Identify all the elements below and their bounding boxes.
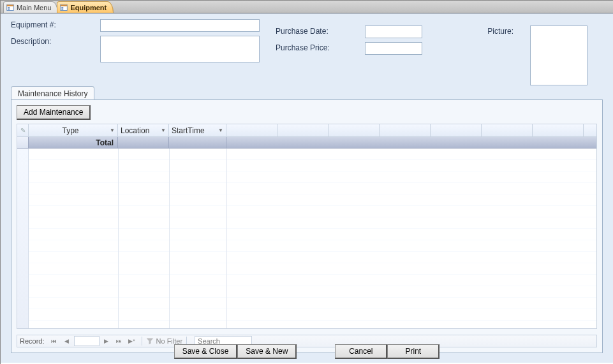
document-tabstrip: Main Menu Equipment: [1, 1, 613, 13]
purchase-date-input[interactable]: [365, 25, 422, 38]
purchase-price-input[interactable]: [365, 42, 422, 55]
totals-label: Total: [29, 137, 118, 148]
tab-main-menu[interactable]: Main Menu: [3, 1, 58, 13]
add-maintenance-button[interactable]: Add Maintenance: [17, 105, 91, 120]
svg-rect-7: [62, 8, 64, 10]
equipment-number-input[interactable]: [100, 19, 260, 32]
tab-equipment[interactable]: Equipment: [57, 1, 114, 13]
tab-maintenance-history-label: Maintenance History: [18, 89, 87, 98]
equipment-form-window: Main Menu Equipment Equipment #: Descrip…: [0, 0, 613, 364]
tab-main-menu-label: Main Menu: [17, 4, 51, 11]
svg-rect-6: [62, 7, 64, 8]
description-label: Description:: [11, 36, 87, 46]
chevron-down-icon[interactable]: ▼: [161, 127, 166, 133]
svg-rect-5: [61, 4, 68, 6]
column-header-starttime[interactable]: StartTime ▼: [169, 124, 226, 136]
picture-box[interactable]: [530, 25, 587, 85]
description-input[interactable]: [100, 36, 260, 62]
chevron-down-icon[interactable]: ▼: [218, 127, 223, 133]
purchase-fields: Purchase Date: Purchase Price:: [276, 25, 422, 59]
print-button[interactable]: Print: [387, 344, 439, 359]
grid-body[interactable]: [17, 149, 596, 329]
grid-totals-row: Total: [17, 137, 596, 149]
cancel-button[interactable]: Cancel: [335, 344, 387, 359]
maintenance-tab-body: Add Maintenance ✎ Type ▼ Location ▼: [11, 99, 603, 353]
form-icon: [6, 4, 14, 11]
svg-rect-3: [8, 8, 10, 10]
save-new-button[interactable]: Save & New: [237, 344, 297, 359]
save-close-button[interactable]: Save & Close: [174, 344, 238, 359]
column-header-location[interactable]: Location ▼: [118, 124, 169, 136]
form-header-fields: Equipment #: Description: Purchase Date:…: [11, 19, 603, 80]
totals-row-handle: [17, 137, 29, 148]
column-header-type[interactable]: Type ▼: [29, 124, 118, 136]
totals-location: [118, 137, 169, 148]
chevron-down-icon[interactable]: ▼: [110, 127, 115, 133]
tab-equipment-label: Equipment: [70, 4, 107, 11]
purchase-price-label: Purchase Price:: [276, 42, 352, 52]
form-action-buttons: Save & Close Save & New Cancel Print: [1, 344, 613, 359]
form-icon: [60, 4, 68, 11]
svg-rect-1: [7, 4, 14, 6]
tab-maintenance-history[interactable]: Maintenance History: [11, 86, 94, 100]
purchase-date-label: Purchase Date:: [276, 25, 352, 36]
grid-header-blank: [226, 124, 596, 136]
maintenance-tabset: Maintenance History Add Maintenance ✎ Ty…: [11, 85, 603, 353]
equipment-number-label: Equipment #:: [11, 19, 87, 29]
grid-select-all[interactable]: ✎: [17, 124, 29, 136]
grid-header: ✎ Type ▼ Location ▼ StartTime ▼: [17, 124, 596, 137]
row-handles: [17, 149, 29, 329]
svg-rect-2: [8, 7, 10, 8]
form-area: Equipment #: Description: Purchase Date:…: [1, 13, 613, 363]
totals-starttime: [169, 137, 226, 148]
picture-label: Picture:: [487, 27, 513, 36]
pencil-icon: ✎: [20, 127, 26, 134]
maintenance-grid[interactable]: ✎ Type ▼ Location ▼ StartTime ▼: [17, 124, 597, 329]
